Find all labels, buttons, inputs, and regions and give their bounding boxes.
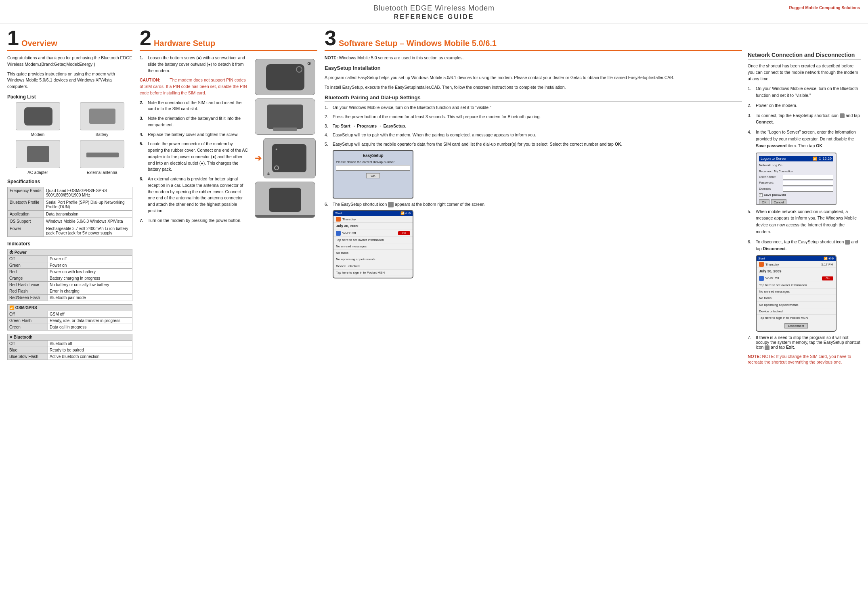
spec-value: Windows Mobile 5.0/6.0 Windows XP/Vista xyxy=(44,218,132,225)
bluetooth-indicator-table: ✕ Bluetooth OffBluetooth off BlueReady t… xyxy=(7,334,132,360)
hardware-images: ② ➔ ● ① xyxy=(253,55,317,227)
mobile-row: Thursday 5:17 PM xyxy=(757,261,836,268)
mobile-row: Device unlocked xyxy=(333,263,413,270)
net-step-4: 4. In the "Logon to Server" screen, ente… xyxy=(748,129,861,149)
sw-step-num: 5. xyxy=(325,141,330,148)
mobile-row: No tasks xyxy=(333,250,413,256)
section1-title: Overview xyxy=(7,27,132,48)
mobile-row: Wi-Fi: Off On xyxy=(757,275,836,282)
domain-input[interactable] xyxy=(783,187,833,192)
net-step-num: 5. xyxy=(748,208,753,235)
overview-intro1: Congratulations and thank you for purcha… xyxy=(7,55,132,68)
sw-step-5: 5. EasySetup will acquire the mobile ope… xyxy=(325,141,742,148)
packing-antenna: External antenna xyxy=(71,140,132,175)
net-step-text: On your Windows Mobile device, turn on t… xyxy=(756,85,861,99)
logon-screenshot: Logon to Server 📶 ⊙ 12:29 Network Log On… xyxy=(756,153,837,205)
power-indicator-table: ⏻ Power OffPower off GreenPower on RedPo… xyxy=(7,249,132,301)
username-label: User name: xyxy=(759,175,781,180)
indicator-row: Green FlashReady, idle, or data transfer… xyxy=(8,317,132,324)
mobile-row: July 30, 2009 xyxy=(757,268,836,275)
sw-step-text: On your Windows Mobile device, turn on t… xyxy=(333,104,491,111)
logon-title: Logon to Server xyxy=(761,157,786,161)
indicator-row: OffGSM off xyxy=(8,311,132,317)
col-network: Network Connection and Disconnection Onc… xyxy=(748,27,861,365)
logon-domain-field: Domain: xyxy=(759,186,833,192)
hw-step-6: 6. An external antenna is provided for b… xyxy=(140,176,249,214)
ok-button[interactable]: OK xyxy=(759,199,769,205)
logon-icons: 📶 ⊙ 12:29 xyxy=(813,157,832,161)
mobile-row: Device unlocked xyxy=(757,308,836,315)
sw-step-text: The EasySetup shortcut icon appears at t… xyxy=(333,202,486,207)
hw-step-text: Locate the power connector of the modem … xyxy=(148,141,249,173)
specs-table: Frequency Bands Quad-band EGSM/GPRS/EGPR… xyxy=(7,187,132,237)
mobile-row: Tap here to sign in to Pocket MSN xyxy=(757,315,836,321)
sw-step-text: EasySetup will try to pair with the mode… xyxy=(333,132,536,138)
adapter-label: AC adapter xyxy=(7,170,68,175)
sw-step-1: 1. On your Windows Mobile device, turn o… xyxy=(325,104,742,111)
col-software-main: 3 Software Setup – Windows Mobile 5.0/6.… xyxy=(325,27,742,365)
dialup-label: Please choice the correct dial-up number… xyxy=(336,160,410,164)
mobile-row: No upcoming appointments xyxy=(333,256,413,263)
hw-steps-container: 1. Loosen the bottom screw (●) with a sc… xyxy=(140,55,249,224)
cancel-button[interactable]: Cancel xyxy=(771,199,787,205)
sw-step-num: 2. xyxy=(325,113,330,120)
packing-grid: Modem Battery AC adapter External antenn… xyxy=(7,102,132,175)
network-intro: Once the shortcut has been created as de… xyxy=(748,63,861,82)
mobile-row: Wi-Fi: Off On xyxy=(333,230,413,237)
indicator-row: RedPower on with low battery xyxy=(8,268,132,275)
hw-step-num: 1. xyxy=(140,55,145,74)
indicator-row: Red/Green FlashBluetooth pair mode xyxy=(8,294,132,301)
sw-step-6: 6. The EasySetup shortcut icon appears a… xyxy=(325,202,742,207)
save-password-checkbox: ✓ Save password xyxy=(759,192,833,198)
col-overview: 1 Overview Congratulations and thank you… xyxy=(7,27,132,365)
dialup-ok-container: OK xyxy=(336,173,410,178)
indicator-row: Red Flash TwiceNo battery or critically … xyxy=(8,281,132,288)
mobile-row: Tap here to set owner information xyxy=(757,282,836,289)
hw-step-num: 2. xyxy=(140,100,145,113)
indicator-row: GreenData call in progress xyxy=(8,324,132,330)
net-step-3: 3. To connect, tap the EasySetup shortcu… xyxy=(748,112,861,126)
password-input[interactable] xyxy=(783,181,833,186)
note-red-text: NOTE: If you change the SIM card, you ha… xyxy=(748,354,851,365)
specs-title: Specifications xyxy=(7,179,132,184)
exit-btn-container: Exit xyxy=(757,331,836,332)
indicators-title: Indicators xyxy=(7,241,132,247)
hw-image-2 xyxy=(255,98,315,135)
spec-row: Frequency Bands Quad-band EGSM/GPRS/EGPR… xyxy=(8,187,132,199)
taskbar-start: Start xyxy=(335,211,342,215)
username-input[interactable] xyxy=(783,175,833,180)
section2-header: 2 Hardware Setup xyxy=(140,27,317,51)
mobile-row: Thursday xyxy=(333,216,413,223)
sw-step-text: Press the power button of the modem for … xyxy=(333,113,541,120)
sw-step-num: 4. xyxy=(325,132,330,138)
modem-image xyxy=(16,102,60,130)
net-step-6: 6. To disconnect, tap the EasySetup shor… xyxy=(748,239,861,252)
easysetup-title: EasySetup Installation xyxy=(325,65,742,72)
col-software: 3 Software Setup – Windows Mobile 5.0/6.… xyxy=(325,27,861,365)
mobile-screen-1: Start 📶④ ⊙ Thursday July 30, 2009 Wi-Fi:… xyxy=(333,210,413,278)
arrow-icon: ➔ xyxy=(255,153,262,163)
easysetup-para1: A program called EasySetup helps you set… xyxy=(325,75,742,81)
net-steps-2: 5. When mobile network connection is com… xyxy=(748,208,861,252)
overview-intro2: This guide provides instructions on usin… xyxy=(7,71,132,90)
net-step-num: 7. xyxy=(748,335,753,350)
spec-value: Serial Port Profile (SPP) Dial-up Networ… xyxy=(44,199,132,210)
disconnect-button[interactable]: Disconnect xyxy=(784,323,808,328)
note-red: NOTE: NOTE: If you change the SIM card, … xyxy=(748,354,861,365)
logon-network: Reconnect: My Connection xyxy=(759,169,833,174)
hw-image-4 xyxy=(255,182,315,218)
section3-number: 3 xyxy=(325,27,336,48)
mobile-taskbar-2: Start 📶 ④⊙ xyxy=(757,256,836,261)
section1-header: 1 Overview xyxy=(7,27,132,51)
header-subtitle: REFERENCE GUIDE xyxy=(0,13,868,21)
spec-value: Rechargeable 3.7 volt 2400mAh Li-ion bat… xyxy=(44,225,132,236)
spec-value: Quad-band EGSM/GPRS/EGPRS 900/1800/850/1… xyxy=(44,187,132,199)
antenna-image xyxy=(80,140,124,168)
hw-step-7: 7. Turn on the modem by pressing the pow… xyxy=(140,218,249,224)
sw-step-2: 2. Press the power button of the modem f… xyxy=(325,113,742,120)
net-step-2: 2. Power on the modem. xyxy=(748,102,861,109)
battery-label: Battery xyxy=(71,132,132,137)
hw-step-num: 5. xyxy=(140,141,145,173)
dialup-ok-button[interactable]: OK xyxy=(366,173,380,178)
hardware-layout: 1. Loosen the bottom screw (●) with a sc… xyxy=(140,55,317,227)
